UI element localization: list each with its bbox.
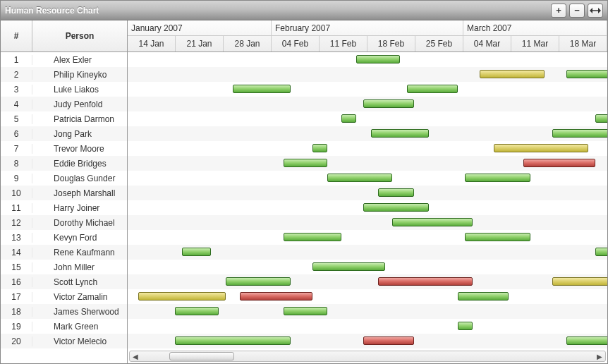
timeline-row[interactable] bbox=[128, 304, 607, 319]
timeline-row[interactable] bbox=[128, 126, 607, 141]
scroll-right-arrow-icon[interactable]: ▶ bbox=[594, 353, 605, 360]
table-row[interactable]: 5Patricia Darmon bbox=[1, 111, 127, 126]
gantt-bar[interactable] bbox=[595, 248, 607, 256]
timeline-row[interactable] bbox=[128, 111, 607, 126]
gantt-bar[interactable] bbox=[363, 336, 414, 345]
gantt-bar[interactable] bbox=[566, 336, 607, 345]
row-number: 15 bbox=[1, 262, 32, 272]
timeline-row[interactable] bbox=[128, 215, 607, 230]
table-row[interactable]: 16Scott Lynch bbox=[1, 274, 127, 289]
gantt-bar[interactable] bbox=[552, 277, 607, 286]
gantt-bar[interactable] bbox=[240, 292, 312, 301]
scrollbar-thumb[interactable] bbox=[169, 352, 234, 360]
timeline-row[interactable] bbox=[128, 141, 607, 156]
person-name: Eddie Bridges bbox=[32, 159, 127, 169]
gantt-bar[interactable] bbox=[552, 129, 607, 138]
gantt-bar[interactable] bbox=[465, 233, 530, 241]
fit-width-icon bbox=[590, 7, 601, 14]
table-row[interactable]: 8Eddie Bridges bbox=[1, 156, 127, 171]
gantt-bar[interactable] bbox=[407, 85, 458, 93]
table-row[interactable]: 4Judy Penfold bbox=[1, 97, 127, 111]
gantt-bar[interactable] bbox=[327, 174, 393, 182]
table-row[interactable]: 1Alex Exler bbox=[1, 52, 127, 67]
timeline-row[interactable] bbox=[128, 230, 607, 245]
week-row: 14 Jan21 Jan28 Jan04 Feb11 Feb18 Feb25 F… bbox=[128, 36, 607, 51]
table-row[interactable]: 18James Sherwood bbox=[1, 304, 127, 319]
timeline-row[interactable] bbox=[128, 260, 607, 274]
gantt-bar[interactable] bbox=[175, 307, 219, 315]
gantt-bar[interactable] bbox=[312, 262, 385, 271]
gantt-bar[interactable] bbox=[458, 292, 509, 301]
table-row[interactable]: 20Victor Melecio bbox=[1, 334, 127, 348]
gantt-bar[interactable] bbox=[284, 159, 327, 167]
gantt-bar[interactable] bbox=[182, 248, 211, 256]
table-row[interactable]: 15John Miller bbox=[1, 260, 127, 274]
table-row[interactable]: 12Dorothy Michael bbox=[1, 215, 127, 230]
table-row[interactable]: 9Douglas Gunder bbox=[1, 171, 127, 186]
gantt-bar[interactable] bbox=[356, 55, 400, 63]
timeline-row[interactable] bbox=[128, 319, 607, 334]
gantt-bar[interactable] bbox=[458, 322, 473, 330]
gantt-bar[interactable] bbox=[523, 159, 596, 167]
scroll-left-arrow-icon[interactable]: ◀ bbox=[130, 353, 141, 360]
zoom-in-button[interactable]: + bbox=[551, 4, 566, 18]
person-name: Rene Kaufmann bbox=[32, 248, 127, 257]
gantt-bar[interactable] bbox=[138, 292, 225, 301]
zoom-out-button[interactable]: − bbox=[569, 4, 585, 18]
table-row[interactable]: 7Trevor Moore bbox=[1, 141, 127, 156]
gantt-bar[interactable] bbox=[363, 203, 429, 212]
gantt-bar[interactable] bbox=[392, 218, 472, 226]
table-row[interactable]: 6Jong Park bbox=[1, 126, 127, 141]
table-row[interactable]: 3Luke Liakos bbox=[1, 82, 127, 97]
table-row[interactable]: 19Mark Green bbox=[1, 319, 127, 334]
table-row[interactable]: 14Rene Kaufmann bbox=[1, 245, 127, 260]
gantt-bar[interactable] bbox=[175, 336, 291, 345]
week-cell: 18 Feb bbox=[367, 36, 415, 51]
timeline-row[interactable] bbox=[128, 334, 607, 348]
timeline-row[interactable] bbox=[128, 274, 607, 289]
table-row[interactable]: 2Philip Kineyko bbox=[1, 67, 127, 82]
table-row[interactable]: 17Victor Zamalin bbox=[1, 289, 127, 304]
table-row[interactable]: 13Kevyn Ford bbox=[1, 230, 127, 245]
timeline-row[interactable] bbox=[128, 156, 607, 171]
gantt-bar[interactable] bbox=[465, 174, 530, 182]
scrollbar-track[interactable] bbox=[141, 351, 594, 361]
person-name: Dorothy Michael bbox=[32, 218, 127, 228]
gantt-bar[interactable] bbox=[494, 144, 588, 152]
timeline-row[interactable] bbox=[128, 186, 607, 200]
timeline-row[interactable] bbox=[128, 245, 607, 260]
gantt-bar[interactable] bbox=[284, 307, 327, 315]
timeline-row[interactable] bbox=[128, 171, 607, 186]
gantt-bar[interactable] bbox=[312, 144, 327, 152]
person-name: James Sherwood bbox=[32, 307, 127, 317]
gantt-bar[interactable] bbox=[566, 70, 607, 78]
gantt-bar[interactable] bbox=[341, 114, 356, 123]
zoom-fit-button[interactable] bbox=[588, 4, 603, 18]
row-number: 8 bbox=[1, 159, 32, 169]
gantt-bar[interactable] bbox=[226, 277, 291, 286]
timeline-row[interactable] bbox=[128, 200, 607, 215]
gantt-bar[interactable] bbox=[284, 233, 341, 241]
timeline-row[interactable] bbox=[128, 82, 607, 97]
month-cell: February 2007 bbox=[272, 20, 463, 35]
gantt-bar[interactable] bbox=[378, 188, 414, 197]
horizontal-scrollbar[interactable]: ◀ ▶ bbox=[129, 351, 606, 362]
person-name: Mark Green bbox=[32, 322, 127, 332]
row-number: 11 bbox=[1, 203, 32, 213]
gantt-bar[interactable] bbox=[371, 129, 429, 138]
gantt-bar[interactable] bbox=[480, 70, 545, 78]
timeline-row[interactable] bbox=[128, 52, 607, 67]
timeline-row[interactable] bbox=[128, 289, 607, 304]
timeline-row[interactable] bbox=[128, 97, 607, 111]
timeline-body[interactable] bbox=[128, 52, 607, 363]
gantt-bar[interactable] bbox=[233, 85, 291, 93]
row-number: 18 bbox=[1, 307, 32, 317]
gantt-bar[interactable] bbox=[378, 277, 473, 286]
week-cell: 04 Feb bbox=[272, 36, 320, 51]
gantt-bar[interactable] bbox=[363, 99, 414, 108]
gantt-bar[interactable] bbox=[595, 114, 607, 123]
table-row[interactable]: 10Joseph Marshall bbox=[1, 186, 127, 200]
person-name: Judy Penfold bbox=[32, 99, 127, 109]
timeline-row[interactable] bbox=[128, 67, 607, 82]
table-row[interactable]: 11Harry Joiner bbox=[1, 200, 127, 215]
